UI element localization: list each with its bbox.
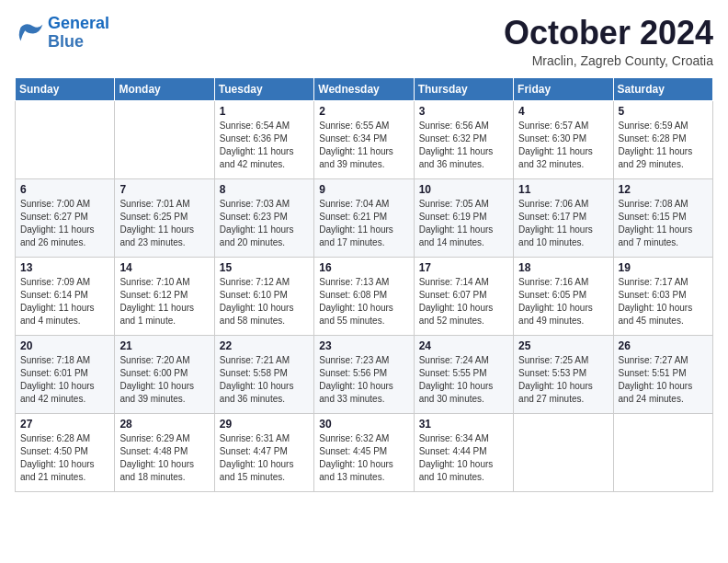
calendar-cell: 31Sunrise: 6:34 AM Sunset: 4:44 PM Dayli… (414, 413, 513, 491)
calendar-cell: 13Sunrise: 7:09 AM Sunset: 6:14 PM Dayli… (16, 257, 115, 335)
weekday-header-friday: Friday (514, 77, 613, 100)
day-info: Sunrise: 6:32 AM Sunset: 4:45 PM Dayligh… (319, 432, 408, 484)
calendar-cell: 30Sunrise: 6:32 AM Sunset: 4:45 PM Dayli… (314, 413, 414, 491)
day-number: 21 (119, 339, 209, 352)
day-number: 31 (419, 418, 508, 431)
calendar-cell (514, 413, 613, 491)
weekday-header-wednesday: Wednesday (314, 77, 414, 100)
day-number: 12 (619, 183, 708, 196)
calendar-week-row: 13Sunrise: 7:09 AM Sunset: 6:14 PM Dayli… (16, 257, 713, 335)
location: Mraclin, Zagreb County, Croatia (504, 53, 713, 68)
weekday-header-row: SundayMondayTuesdayWednesdayThursdayFrid… (16, 77, 713, 100)
calendar-week-row: 1Sunrise: 6:54 AM Sunset: 6:36 PM Daylig… (16, 100, 713, 178)
day-info: Sunrise: 7:14 AM Sunset: 6:07 PM Dayligh… (419, 276, 508, 327)
calendar-cell: 10Sunrise: 7:05 AM Sunset: 6:19 PM Dayli… (414, 178, 513, 257)
calendar-cell: 11Sunrise: 7:06 AM Sunset: 6:17 PM Dayli… (514, 178, 613, 257)
day-info: Sunrise: 7:12 AM Sunset: 6:10 PM Dayligh… (220, 276, 309, 327)
day-number: 30 (319, 418, 408, 431)
day-number: 8 (220, 183, 309, 196)
day-info: Sunrise: 7:08 AM Sunset: 6:15 PM Dayligh… (619, 198, 708, 249)
day-info: Sunrise: 6:54 AM Sunset: 6:36 PM Dayligh… (220, 120, 309, 171)
calendar-cell: 23Sunrise: 7:23 AM Sunset: 5:56 PM Dayli… (314, 335, 414, 413)
calendar-cell: 28Sunrise: 6:29 AM Sunset: 4:48 PM Dayli… (115, 413, 214, 491)
day-number: 2 (319, 105, 408, 118)
day-number: 5 (619, 105, 708, 118)
page-header: General Blue October 2024 Mraclin, Zagre… (15, 15, 713, 68)
day-info: Sunrise: 6:59 AM Sunset: 6:28 PM Dayligh… (619, 120, 708, 171)
day-info: Sunrise: 7:21 AM Sunset: 5:58 PM Dayligh… (220, 354, 309, 406)
calendar-week-row: 27Sunrise: 6:28 AM Sunset: 4:50 PM Dayli… (16, 413, 713, 491)
calendar-cell: 16Sunrise: 7:13 AM Sunset: 6:08 PM Dayli… (314, 257, 414, 335)
day-number: 28 (119, 418, 209, 431)
logo: General Blue (15, 15, 109, 52)
day-number: 13 (20, 261, 109, 274)
calendar-week-row: 20Sunrise: 7:18 AM Sunset: 6:01 PM Dayli… (16, 335, 713, 413)
calendar-cell: 8Sunrise: 7:03 AM Sunset: 6:23 PM Daylig… (214, 178, 313, 257)
day-info: Sunrise: 7:24 AM Sunset: 5:55 PM Dayligh… (419, 354, 508, 406)
day-number: 4 (518, 105, 608, 118)
calendar-cell: 7Sunrise: 7:01 AM Sunset: 6:25 PM Daylig… (115, 178, 214, 257)
day-info: Sunrise: 7:27 AM Sunset: 5:51 PM Dayligh… (619, 354, 708, 406)
day-number: 29 (220, 418, 309, 431)
calendar-cell: 19Sunrise: 7:17 AM Sunset: 6:03 PM Dayli… (613, 257, 712, 335)
day-info: Sunrise: 6:57 AM Sunset: 6:30 PM Dayligh… (518, 120, 608, 171)
day-number: 27 (20, 418, 109, 431)
day-info: Sunrise: 7:18 AM Sunset: 6:01 PM Dayligh… (20, 354, 109, 406)
day-info: Sunrise: 7:01 AM Sunset: 6:25 PM Dayligh… (119, 198, 209, 249)
day-number: 24 (419, 339, 508, 352)
calendar-cell: 5Sunrise: 6:59 AM Sunset: 6:28 PM Daylig… (613, 100, 712, 178)
calendar-cell: 17Sunrise: 7:14 AM Sunset: 6:07 PM Dayli… (414, 257, 513, 335)
calendar-cell: 12Sunrise: 7:08 AM Sunset: 6:15 PM Dayli… (613, 178, 712, 257)
day-number: 17 (419, 261, 508, 274)
day-number: 7 (119, 183, 209, 196)
day-number: 22 (220, 339, 309, 352)
calendar-cell: 18Sunrise: 7:16 AM Sunset: 6:05 PM Dayli… (514, 257, 613, 335)
weekday-header-thursday: Thursday (414, 77, 513, 100)
weekday-header-sunday: Sunday (16, 77, 115, 100)
day-info: Sunrise: 7:16 AM Sunset: 6:05 PM Dayligh… (518, 276, 608, 327)
day-info: Sunrise: 6:34 AM Sunset: 4:44 PM Dayligh… (419, 432, 508, 484)
logo-icon (15, 20, 44, 46)
calendar-cell: 3Sunrise: 6:56 AM Sunset: 6:32 PM Daylig… (414, 100, 513, 178)
calendar-cell: 20Sunrise: 7:18 AM Sunset: 6:01 PM Dayli… (16, 335, 115, 413)
calendar-cell: 25Sunrise: 7:25 AM Sunset: 5:53 PM Dayli… (514, 335, 613, 413)
day-number: 26 (619, 339, 708, 352)
calendar-week-row: 6Sunrise: 7:00 AM Sunset: 6:27 PM Daylig… (16, 178, 713, 257)
title-block: October 2024 Mraclin, Zagreb County, Cro… (504, 15, 713, 68)
day-info: Sunrise: 7:05 AM Sunset: 6:19 PM Dayligh… (419, 198, 508, 249)
day-number: 15 (220, 261, 309, 274)
day-info: Sunrise: 7:13 AM Sunset: 6:08 PM Dayligh… (319, 276, 408, 327)
day-number: 25 (518, 339, 608, 352)
calendar-cell: 21Sunrise: 7:20 AM Sunset: 6:00 PM Dayli… (115, 335, 214, 413)
calendar-cell (613, 413, 712, 491)
weekday-header-tuesday: Tuesday (214, 77, 313, 100)
calendar-cell: 6Sunrise: 7:00 AM Sunset: 6:27 PM Daylig… (16, 178, 115, 257)
day-info: Sunrise: 6:55 AM Sunset: 6:34 PM Dayligh… (319, 120, 408, 171)
day-number: 6 (20, 183, 109, 196)
calendar-cell: 2Sunrise: 6:55 AM Sunset: 6:34 PM Daylig… (314, 100, 414, 178)
calendar-cell (115, 100, 214, 178)
calendar-cell: 24Sunrise: 7:24 AM Sunset: 5:55 PM Dayli… (414, 335, 513, 413)
calendar-cell: 4Sunrise: 6:57 AM Sunset: 6:30 PM Daylig… (514, 100, 613, 178)
calendar-cell: 26Sunrise: 7:27 AM Sunset: 5:51 PM Dayli… (613, 335, 712, 413)
day-number: 9 (319, 183, 408, 196)
calendar-cell: 9Sunrise: 7:04 AM Sunset: 6:21 PM Daylig… (314, 178, 414, 257)
day-info: Sunrise: 6:29 AM Sunset: 4:48 PM Dayligh… (119, 432, 209, 484)
day-number: 19 (619, 261, 708, 274)
day-info: Sunrise: 6:28 AM Sunset: 4:50 PM Dayligh… (20, 432, 109, 484)
calendar-cell: 29Sunrise: 6:31 AM Sunset: 4:47 PM Dayli… (214, 413, 313, 491)
day-number: 18 (518, 261, 608, 274)
day-info: Sunrise: 7:03 AM Sunset: 6:23 PM Dayligh… (220, 198, 309, 249)
logo-text: General Blue (48, 15, 109, 52)
day-info: Sunrise: 7:06 AM Sunset: 6:17 PM Dayligh… (518, 198, 608, 249)
calendar-cell: 15Sunrise: 7:12 AM Sunset: 6:10 PM Dayli… (214, 257, 313, 335)
calendar-cell: 1Sunrise: 6:54 AM Sunset: 6:36 PM Daylig… (214, 100, 313, 178)
day-number: 3 (419, 105, 508, 118)
day-info: Sunrise: 7:10 AM Sunset: 6:12 PM Dayligh… (119, 276, 209, 327)
day-number: 16 (319, 261, 408, 274)
weekday-header-saturday: Saturday (613, 77, 712, 100)
month-title: October 2024 (504, 15, 713, 52)
day-number: 1 (220, 105, 309, 118)
day-number: 11 (518, 183, 608, 196)
day-info: Sunrise: 6:56 AM Sunset: 6:32 PM Dayligh… (419, 120, 508, 171)
